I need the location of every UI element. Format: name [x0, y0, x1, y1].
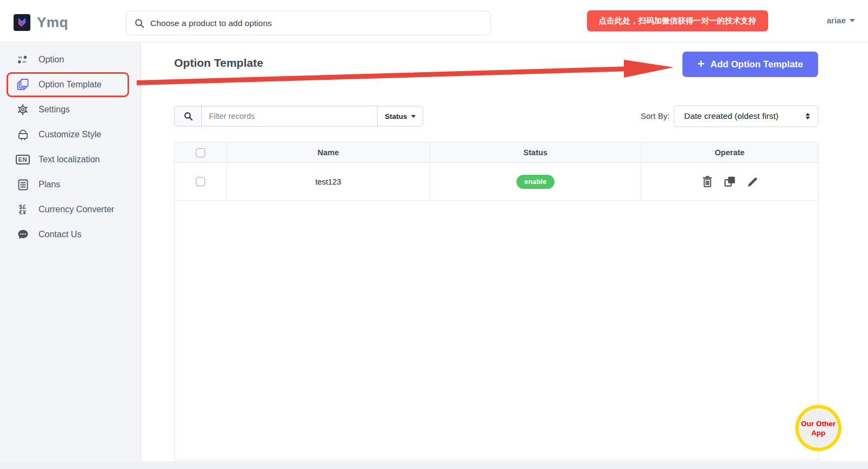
- sliders-icon: [16, 53, 29, 66]
- our-other-app-button[interactable]: Our Other App: [795, 405, 841, 451]
- table-row: test123 enable: [175, 163, 818, 201]
- search-icon: [183, 111, 193, 121]
- sort-by-label: Sort By:: [641, 111, 669, 121]
- sidebar-item-contact-us[interactable]: Contact Us: [0, 222, 141, 247]
- pencil-icon: [746, 176, 758, 188]
- en-badge-icon: EN: [16, 153, 29, 166]
- bottom-band: [0, 461, 868, 469]
- stacked-squares-icon: [16, 78, 29, 91]
- gear-icon: [16, 103, 29, 116]
- sidebar-item-currency-converter[interactable]: $£ €¥ Currency Converter: [0, 197, 141, 222]
- sidebar-item-label: Customize Style: [39, 130, 101, 140]
- row-operate-cell: [641, 163, 818, 200]
- brand[interactable]: Ymq: [14, 14, 68, 31]
- sidebar-item-option[interactable]: Option: [0, 47, 141, 72]
- chat-bubble-icon: [16, 228, 29, 241]
- sidebar: Option Option Template: [0, 42, 141, 469]
- row-select-cell: [175, 163, 227, 200]
- page-title: Option Template: [174, 56, 263, 69]
- app-window: Ymq 点击此处，扫码加微信获得一对一的技术支持 ariae: [0, 0, 868, 469]
- option-template-table: Name Status Operate test123 enable: [174, 142, 819, 460]
- sidebar-item-label: Currency Converter: [39, 205, 114, 214]
- filter-bar: Status: [174, 106, 423, 126]
- sidebar-item-label: Contact Us: [39, 230, 81, 239]
- wechat-support-button[interactable]: 点击此处，扫码加微信获得一对一的技术支持: [587, 10, 768, 31]
- sidebar-item-label: Settings: [39, 105, 70, 115]
- row-status-cell: enable: [430, 163, 641, 200]
- search-icon: [134, 18, 145, 29]
- sidebar-item-label: Text localization: [39, 155, 100, 164]
- user-name: ariae: [827, 16, 846, 25]
- column-header-status: Status: [430, 143, 641, 162]
- ymq-logo-icon: [14, 14, 30, 31]
- sidebar-item-option-template[interactable]: Option Template: [0, 72, 141, 97]
- trash-icon: [701, 175, 713, 188]
- status-filter-dropdown[interactable]: Status: [378, 106, 423, 126]
- plus-icon: +: [698, 58, 705, 70]
- filter-search-addon: [174, 106, 202, 126]
- table-header-row: Name Status Operate: [175, 143, 818, 163]
- sidebar-item-label: Plans: [39, 180, 60, 189]
- filter-records-input[interactable]: [202, 106, 378, 126]
- currency-icon: $£ €¥: [16, 203, 29, 216]
- brand-name: Ymq: [37, 14, 68, 31]
- sidebar-item-plans[interactable]: Plans: [0, 172, 141, 197]
- select-all-cell: [175, 143, 227, 162]
- edit-button[interactable]: [746, 176, 758, 188]
- sidebar-item-label: Option: [39, 55, 64, 65]
- top-header: Ymq 点击此处，扫码加微信获得一对一的技术支持 ariae: [0, 0, 868, 42]
- sidebar-item-customize-style[interactable]: Customize Style: [0, 122, 141, 147]
- product-search-box[interactable]: [126, 11, 491, 35]
- chevron-down-icon: [411, 115, 416, 118]
- product-search-input[interactable]: [150, 18, 483, 28]
- row-name-cell: test123: [227, 163, 430, 200]
- delete-button[interactable]: [701, 175, 713, 188]
- column-header-operate: Operate: [641, 143, 818, 162]
- updown-arrows-icon: [806, 113, 810, 119]
- user-menu[interactable]: ariae: [827, 16, 855, 25]
- duplicate-button[interactable]: [724, 175, 736, 188]
- copy-icon: [724, 175, 736, 188]
- add-option-template-button[interactable]: + Add Option Template: [682, 52, 818, 77]
- sidebar-item-settings[interactable]: Settings: [0, 97, 141, 122]
- sidebar-item-label: Option Template: [39, 80, 101, 90]
- status-badge: enable: [516, 175, 555, 189]
- chevron-down-icon: [850, 19, 855, 22]
- row-checkbox[interactable]: [196, 177, 205, 186]
- paint-bucket-icon: [16, 128, 29, 141]
- sort-order-select[interactable]: Date created (oldest first): [674, 105, 818, 127]
- document-icon: [16, 178, 29, 191]
- column-header-name: Name: [227, 143, 430, 162]
- sidebar-item-text-localization[interactable]: EN Text localization: [0, 147, 141, 172]
- select-all-checkbox[interactable]: [196, 148, 205, 157]
